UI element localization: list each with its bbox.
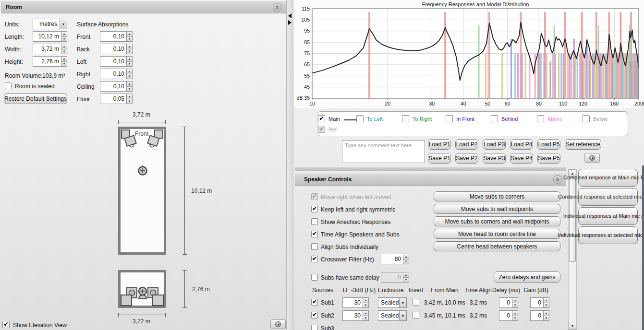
comment-input[interactable] (342, 140, 425, 163)
sub-delay-spinner-Sub1[interactable]: 0▲▼ (499, 297, 518, 308)
save-preset-button-2[interactable]: Save P2 (455, 153, 478, 164)
sub-enable-checkbox-Sub1[interactable]: ✔ (311, 299, 318, 306)
room-collapse-button[interactable] (273, 3, 281, 12)
speaker-controls-collapse-button[interactable] (553, 175, 562, 184)
response-button-0[interactable]: Combined response at Main mic Posn (578, 169, 638, 187)
load-preset-button-5[interactable]: Load P5 (537, 139, 560, 150)
surface-field-spinner[interactable]: 0,10▲▼ (100, 31, 133, 42)
spinner-down-button[interactable]: ▼ (403, 259, 409, 265)
save-preset-button-5[interactable]: Save P5 (537, 153, 560, 164)
spinner-down-button[interactable]: ▼ (126, 61, 133, 67)
surface-field-spinner-value[interactable]: 0,10 (100, 69, 126, 79)
surface-field-spinner-value[interactable]: 0,10 (100, 56, 126, 67)
topview-head-icon[interactable] (137, 165, 148, 176)
capture-image-button-left[interactable] (270, 319, 286, 329)
spinner-up-button[interactable]: ▲ (126, 94, 133, 99)
spinner-down-button[interactable]: ▼ (126, 49, 133, 55)
crossover-filter-spinner[interactable]: 80 ▲▼ (381, 254, 409, 264)
splitter-collapse-left-icon[interactable] (288, 13, 292, 18)
sub-lf-spinner-Sub1-value[interactable]: 30 (342, 297, 363, 308)
sc-action-button-0[interactable]: Move subs to corners (434, 191, 560, 201)
surface-field-spinner-value[interactable]: 0,05 (100, 94, 126, 104)
save-preset-button-3[interactable]: Save P3 (483, 153, 506, 164)
spinner-up-button[interactable]: ▲ (61, 44, 67, 49)
surface-field-spinner[interactable]: 0,05▲▼ (100, 94, 133, 104)
topview-speaker-left-icon[interactable] (124, 135, 137, 148)
save-preset-button-1[interactable]: Save P1 (428, 153, 451, 164)
spinner-down-button[interactable]: ▼ (543, 316, 549, 321)
spinner-up-button[interactable]: ▲ (363, 310, 369, 316)
restore-defaults-button[interactable]: Restore Default Settings (4, 93, 67, 104)
crossover-filter-checkbox[interactable]: ✔ (311, 256, 318, 262)
scrollbar-down-button[interactable]: ▼ (569, 322, 576, 330)
set-reference-button[interactable]: Set reference (565, 139, 601, 150)
sub-delay-spinner-Sub1-value[interactable]: 0 (499, 297, 512, 308)
spinner-up-button[interactable]: ▲ (543, 297, 549, 303)
dim-field-spinner-value[interactable]: 2,76 m (33, 56, 61, 67)
room-sealed-checkbox[interactable]: ✔ (5, 82, 12, 89)
load-preset-button-3[interactable]: Load P3 (483, 139, 506, 150)
sub-enclosure-dropdown-Sub1[interactable]: Sealed▼ (378, 297, 407, 308)
surface-field-spinner[interactable]: 0,10▲▼ (100, 69, 133, 79)
sc-checkbox-2[interactable]: ✔ (311, 218, 318, 225)
sub-invert-checkbox-Sub2[interactable]: ✔ (413, 312, 419, 318)
spinner-down-button[interactable]: ▼ (512, 303, 518, 308)
save-preset-button-4[interactable]: Save P4 (510, 153, 533, 164)
sc-action-button-3[interactable]: Move head to room centre line (434, 229, 560, 239)
spinner-up-button[interactable]: ▲ (126, 44, 133, 49)
subs-same-delay-checkbox[interactable]: ✔ (311, 274, 318, 281)
spinner-up-button[interactable]: ▲ (512, 310, 518, 316)
sub-enable-checkbox-Sub3[interactable]: ✔ (311, 325, 318, 330)
sc-checkbox-4[interactable]: ✔ (311, 243, 318, 250)
elevation-sub-left-icon[interactable] (121, 295, 132, 306)
spinner-down-button[interactable]: ▼ (126, 74, 133, 80)
spinner-up-button[interactable]: ▲ (126, 81, 133, 86)
sub-gain-spinner-Sub2-value[interactable]: 0 (530, 310, 543, 321)
dim-field-spinner-value[interactable]: 3,72 m (33, 44, 61, 54)
sc-checkbox-3[interactable]: ✔ (311, 231, 318, 237)
panel-splitter[interactable] (287, 0, 293, 330)
sub-gain-spinner-Sub2[interactable]: 0▲▼ (530, 310, 549, 321)
capture-image-button-right[interactable] (584, 153, 600, 163)
dim-field-spinner[interactable]: 10,12 m▲▼ (33, 31, 67, 42)
sub-delay-spinner-Sub2-value[interactable]: 0 (499, 310, 512, 321)
surface-field-spinner-value[interactable]: 0,10 (100, 81, 126, 92)
dropdown-arrow-icon[interactable]: ▼ (399, 297, 407, 308)
dropdown-arrow-icon[interactable]: ▼ (60, 19, 67, 29)
scrollbar-thumb[interactable] (569, 177, 576, 262)
response-button-3[interactable]: Individual responses at selected mic pos… (578, 226, 638, 244)
crossover-filter-value[interactable]: 80 (381, 254, 403, 264)
sub-delay-spinner-Sub2[interactable]: 0▲▼ (499, 310, 518, 321)
sc-action-button-1[interactable]: Move subs to wall midpoints (434, 204, 560, 214)
sub-invert-checkbox-Sub1[interactable]: ✔ (413, 299, 419, 306)
sub-enclosure-dropdown-Sub2[interactable]: Sealed▼ (378, 310, 407, 321)
spinner-down-button[interactable]: ▼ (363, 316, 369, 321)
response-button-2[interactable]: Individual responses at Main mic posn (578, 207, 638, 225)
sc-action-button-4[interactable]: Centre head between speakers (434, 241, 560, 251)
spinner-up-button[interactable]: ▲ (126, 69, 133, 74)
sc-checkbox-1[interactable]: ✔ (311, 206, 318, 212)
surface-field-spinner[interactable]: 0,10▲▼ (100, 81, 133, 92)
legend-checkbox-above[interactable]: ✔ (537, 115, 544, 122)
dropdown-arrow-icon[interactable]: ▼ (399, 310, 407, 321)
zero-delays-gains-button[interactable]: Zero delays and gains (494, 271, 560, 283)
load-preset-button-2[interactable]: Load P2 (455, 139, 478, 150)
spinner-up-button[interactable]: ▲ (403, 254, 409, 259)
sc-action-button-2[interactable]: Move subs to corners and wall midpoints (434, 216, 560, 226)
sub-gain-spinner-Sub1-value[interactable]: 0 (530, 297, 543, 308)
load-preset-button-4[interactable]: Load P4 (510, 139, 533, 150)
surface-field-spinner[interactable]: 0,10▲▼ (100, 44, 133, 54)
dim-field-spinner[interactable]: 3,72 m▲▼ (33, 44, 67, 54)
spinner-down-button[interactable]: ▼ (126, 86, 133, 92)
sub-lf-spinner-Sub2-value[interactable]: 30 (342, 310, 363, 321)
spinner-down-button[interactable]: ▼ (512, 316, 518, 321)
surface-field-spinner-value[interactable]: 0,10 (100, 44, 126, 54)
spinner-up-button[interactable]: ▲ (543, 310, 549, 316)
legend-checkbox-below[interactable]: ✔ (583, 115, 590, 122)
spinner-up-button[interactable]: ▲ (61, 31, 67, 36)
spinner-down-button[interactable]: ▼ (61, 61, 67, 67)
speaker-controls-scrollbar[interactable]: ▲ ▼ (568, 169, 577, 330)
spinner-down-button[interactable]: ▼ (61, 36, 67, 42)
spinner-up-button[interactable]: ▲ (363, 297, 369, 303)
load-preset-button-1[interactable]: Load P1 (428, 139, 451, 150)
